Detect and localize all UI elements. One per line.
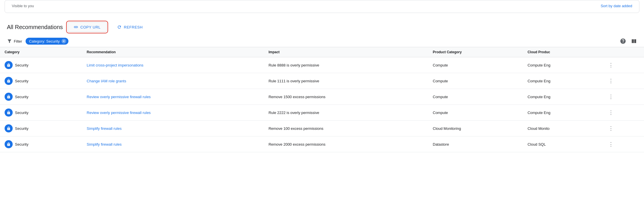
table-row: Security Simplify firewall rulesRemove 2… [0, 136, 644, 152]
refresh-label: REFRESH [124, 25, 143, 29]
security-icon [5, 61, 13, 69]
category-label: Security [15, 111, 28, 115]
table-row: Security Change IAM role grantsRule 1111… [0, 73, 644, 89]
help-icon [620, 38, 626, 44]
col-actions [603, 47, 644, 57]
page-title: All Recommendations [7, 24, 63, 31]
product-category-cell: Datastore [428, 136, 523, 152]
recommendation-link[interactable]: Limit cross-project impersonations [87, 63, 143, 67]
help-button[interactable] [620, 38, 626, 44]
table-row: Security Simplify firewall rulesRemove 1… [0, 121, 644, 136]
top-bar: Visible to you Sort by date added [5, 0, 639, 13]
section-header: All Recommendations COPY URL REFRESH [0, 18, 644, 35]
security-icon [5, 109, 13, 117]
category-label: Security [15, 63, 28, 67]
product-category-cell: Compute [428, 89, 523, 105]
recommendation-link[interactable]: Change IAM role grants [87, 79, 126, 83]
security-icon [5, 140, 13, 148]
sort-by-date-link[interactable]: Sort by date added [601, 4, 632, 8]
col-recommendation: Recommendation [82, 47, 264, 57]
category-label: Security [15, 95, 28, 99]
recommendation-cell: Review overly permissive firewall rules [82, 105, 264, 121]
recommendation-cell: Review overly permissive firewall rules [82, 89, 264, 105]
row-menu-button[interactable]: ⋮ [607, 61, 615, 69]
cloud-product-cell: Cloud SQL [523, 136, 603, 152]
col-impact: Impact [264, 47, 428, 57]
row-menu-cell: ⋮ [603, 105, 644, 121]
recommendation-link[interactable]: Simplify firewall rules [87, 126, 122, 131]
filter-bar: Filter Category: Security ✕ [0, 35, 644, 47]
col-category: Category [0, 47, 82, 57]
cloud-product-cell: Compute Eng [523, 105, 603, 121]
category-cell: Security [0, 136, 82, 152]
table-header-row: Category Recommendation Impact Product C… [0, 47, 644, 57]
table-row: Security Review overly permissive firewa… [0, 105, 644, 121]
copy-url-button[interactable]: COPY URL [68, 22, 107, 32]
recommendation-link[interactable]: Review overly permissive firewall rules [87, 111, 151, 115]
filter-icon [7, 39, 12, 44]
chip-label: Category: Security [29, 39, 60, 43]
row-menu-cell: ⋮ [603, 89, 644, 105]
filter-left: Filter Category: Security ✕ [7, 38, 68, 45]
category-cell: Security [0, 121, 82, 136]
impact-cell: Rule 1111 is overly permissive [264, 73, 428, 89]
product-category-cell: Compute [428, 105, 523, 121]
product-category-cell: Cloud Monitoring [428, 121, 523, 136]
refresh-button[interactable]: REFRESH [111, 22, 149, 32]
category-security-chip[interactable]: Category: Security ✕ [26, 38, 68, 45]
row-menu-button[interactable]: ⋮ [607, 124, 615, 133]
cloud-product-cell: Compute Eng [523, 89, 603, 105]
security-icon [5, 124, 13, 132]
category-cell: Security [0, 105, 82, 121]
cloud-product-cell: Cloud Monito [523, 121, 603, 136]
category-cell: Security [0, 73, 82, 89]
filter-button[interactable]: Filter [7, 39, 22, 44]
impact-cell: Remove 2000 excess permissions [264, 136, 428, 152]
filter-label: Filter [14, 39, 22, 43]
row-menu-button[interactable]: ⋮ [607, 77, 615, 85]
impact-cell: Remove 100 excess permissions [264, 121, 428, 136]
category-label: Security [15, 79, 28, 83]
recommendation-cell: Limit cross-project impersonations [82, 57, 264, 73]
copy-url-label: COPY URL [80, 25, 101, 29]
product-category-cell: Compute [428, 57, 523, 73]
recommendation-cell: Simplify firewall rules [82, 136, 264, 152]
row-menu-cell: ⋮ [603, 73, 644, 89]
impact-cell: Rule 2222 is overly permissive [264, 105, 428, 121]
category-label: Security [15, 142, 28, 147]
impact-cell: Rule 8888 is overly permissive [264, 57, 428, 73]
col-cloud-product: Cloud Produc [523, 47, 603, 57]
refresh-icon [117, 25, 122, 29]
visible-to-you-label: Visible to you [12, 4, 34, 8]
product-category-cell: Compute [428, 73, 523, 89]
cloud-product-cell: Compute Eng [523, 57, 603, 73]
table-row: Security Review overly permissive firewa… [0, 89, 644, 105]
row-menu-cell: ⋮ [603, 57, 644, 73]
recommendations-table: Category Recommendation Impact Product C… [0, 47, 644, 152]
row-menu-cell: ⋮ [603, 136, 644, 152]
cloud-product-cell: Compute Eng [523, 73, 603, 89]
category-label: Security [15, 126, 28, 131]
link-icon [74, 25, 78, 29]
filter-right [620, 38, 637, 44]
chip-close-icon[interactable]: ✕ [62, 39, 66, 43]
row-menu-button[interactable]: ⋮ [607, 140, 615, 149]
table-row: Security Limit cross-project impersonati… [0, 57, 644, 73]
col-product-category: Product Category [428, 47, 523, 57]
category-cell: Security [0, 57, 82, 73]
row-menu-button[interactable]: ⋮ [607, 108, 615, 117]
recommendation-cell: Change IAM role grants [82, 73, 264, 89]
columns-button[interactable] [631, 38, 637, 44]
security-icon [5, 77, 13, 85]
recommendation-link[interactable]: Simplify firewall rules [87, 142, 122, 147]
category-cell: Security [0, 89, 82, 105]
row-menu-button[interactable]: ⋮ [607, 92, 615, 101]
impact-cell: Remove 1500 excess permissions [264, 89, 428, 105]
columns-icon [631, 38, 637, 44]
security-icon [5, 93, 13, 101]
recommendation-cell: Simplify firewall rules [82, 121, 264, 136]
recommendation-link[interactable]: Review overly permissive firewall rules [87, 95, 151, 99]
row-menu-cell: ⋮ [603, 121, 644, 136]
